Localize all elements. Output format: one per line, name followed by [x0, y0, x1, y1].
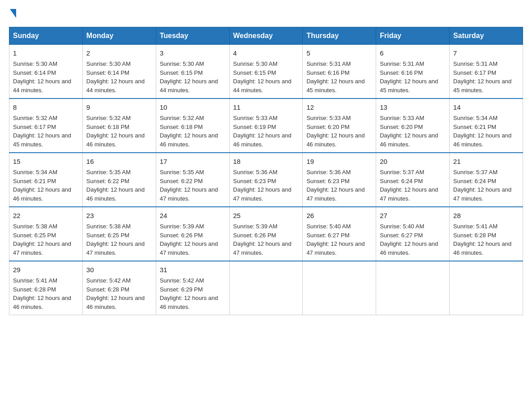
- day-number: 11: [233, 103, 299, 112]
- calendar-table: SundayMondayTuesdayWednesdayThursdayFrid…: [9, 27, 523, 315]
- day-number: 8: [13, 103, 79, 112]
- calendar-cell: [303, 261, 376, 315]
- day-info: Sunrise: 5:32 AMSunset: 6:18 PMDaylight:…: [86, 115, 145, 148]
- calendar-cell: 8 Sunrise: 5:32 AMSunset: 6:17 PMDayligh…: [9, 98, 83, 153]
- calendar-header-row: SundayMondayTuesdayWednesdayThursdayFrid…: [9, 27, 523, 45]
- calendar-cell: 28 Sunrise: 5:41 AMSunset: 6:28 PMDaylig…: [450, 207, 523, 261]
- calendar-cell: 17 Sunrise: 5:35 AMSunset: 6:22 PMDaylig…: [156, 153, 229, 207]
- calendar-cell: 14 Sunrise: 5:34 AMSunset: 6:21 PMDaylig…: [450, 98, 523, 153]
- day-number: 28: [453, 211, 519, 220]
- day-number: 4: [233, 48, 299, 58]
- calendar-cell: 15 Sunrise: 5:34 AMSunset: 6:21 PMDaylig…: [9, 153, 83, 207]
- calendar-cell: 29 Sunrise: 5:41 AMSunset: 6:28 PMDaylig…: [9, 261, 83, 315]
- calendar-cell: 26 Sunrise: 5:40 AMSunset: 6:27 PMDaylig…: [303, 207, 376, 261]
- day-info: Sunrise: 5:30 AMSunset: 6:14 PMDaylight:…: [86, 60, 145, 94]
- calendar-cell: [229, 261, 303, 315]
- day-info: Sunrise: 5:32 AMSunset: 6:18 PMDaylight:…: [160, 115, 218, 148]
- calendar-week-row: 8 Sunrise: 5:32 AMSunset: 6:17 PMDayligh…: [9, 98, 523, 153]
- col-header-sunday: Sunday: [9, 27, 83, 45]
- day-info: Sunrise: 5:30 AMSunset: 6:15 PMDaylight:…: [160, 60, 218, 94]
- day-info: Sunrise: 5:40 AMSunset: 6:27 PMDaylight:…: [306, 223, 365, 256]
- day-number: 10: [160, 103, 226, 112]
- day-number: 24: [160, 211, 226, 220]
- day-number: 27: [380, 211, 446, 220]
- calendar-cell: 31 Sunrise: 5:42 AMSunset: 6:29 PMDaylig…: [156, 261, 229, 315]
- calendar-cell: 2 Sunrise: 5:30 AMSunset: 6:14 PMDayligh…: [82, 45, 156, 99]
- day-number: 30: [86, 265, 152, 274]
- day-number: 31: [160, 265, 226, 274]
- calendar-cell: 1 Sunrise: 5:30 AMSunset: 6:14 PMDayligh…: [9, 45, 83, 99]
- day-number: 6: [380, 48, 446, 58]
- calendar-cell: 23 Sunrise: 5:38 AMSunset: 6:25 PMDaylig…: [82, 207, 156, 261]
- day-info: Sunrise: 5:38 AMSunset: 6:25 PMDaylight:…: [86, 223, 145, 256]
- day-number: 20: [380, 157, 446, 166]
- calendar-cell: 21 Sunrise: 5:37 AMSunset: 6:24 PMDaylig…: [450, 153, 523, 207]
- calendar-cell: 19 Sunrise: 5:36 AMSunset: 6:23 PMDaylig…: [303, 153, 376, 207]
- logo: [9, 9, 18, 18]
- day-number: 3: [160, 48, 226, 58]
- calendar-cell: 10 Sunrise: 5:32 AMSunset: 6:18 PMDaylig…: [156, 98, 229, 153]
- day-number: 22: [13, 211, 79, 220]
- day-number: 14: [453, 103, 519, 112]
- day-info: Sunrise: 5:39 AMSunset: 6:26 PMDaylight:…: [160, 223, 218, 256]
- col-header-wednesday: Wednesday: [229, 27, 303, 45]
- calendar-cell: 22 Sunrise: 5:38 AMSunset: 6:25 PMDaylig…: [9, 207, 83, 261]
- day-info: Sunrise: 5:33 AMSunset: 6:20 PMDaylight:…: [306, 115, 365, 148]
- calendar-cell: [376, 261, 450, 315]
- col-header-monday: Monday: [82, 27, 156, 45]
- page-header: [9, 9, 523, 18]
- calendar-cell: 11 Sunrise: 5:33 AMSunset: 6:19 PMDaylig…: [229, 98, 303, 153]
- day-info: Sunrise: 5:40 AMSunset: 6:27 PMDaylight:…: [380, 223, 438, 256]
- day-number: 16: [86, 157, 152, 166]
- day-info: Sunrise: 5:41 AMSunset: 6:28 PMDaylight:…: [453, 223, 511, 256]
- col-header-saturday: Saturday: [450, 27, 523, 45]
- calendar-cell: [450, 261, 523, 315]
- day-number: 2: [86, 48, 152, 58]
- day-number: 21: [453, 157, 519, 166]
- day-info: Sunrise: 5:34 AMSunset: 6:21 PMDaylight:…: [453, 115, 511, 148]
- day-number: 1: [13, 48, 79, 58]
- calendar-cell: 6 Sunrise: 5:31 AMSunset: 6:16 PMDayligh…: [376, 45, 450, 99]
- day-number: 29: [13, 265, 79, 274]
- calendar-cell: 16 Sunrise: 5:35 AMSunset: 6:22 PMDaylig…: [82, 153, 156, 207]
- calendar-cell: 12 Sunrise: 5:33 AMSunset: 6:20 PMDaylig…: [303, 98, 376, 153]
- day-number: 25: [233, 211, 299, 220]
- calendar-cell: 27 Sunrise: 5:40 AMSunset: 6:27 PMDaylig…: [376, 207, 450, 261]
- col-header-tuesday: Tuesday: [156, 27, 229, 45]
- day-info: Sunrise: 5:30 AMSunset: 6:14 PMDaylight:…: [13, 60, 71, 94]
- day-number: 12: [306, 103, 372, 112]
- day-info: Sunrise: 5:35 AMSunset: 6:22 PMDaylight:…: [160, 169, 218, 202]
- calendar-cell: 4 Sunrise: 5:30 AMSunset: 6:15 PMDayligh…: [229, 45, 303, 99]
- day-info: Sunrise: 5:42 AMSunset: 6:29 PMDaylight:…: [160, 277, 218, 310]
- day-info: Sunrise: 5:33 AMSunset: 6:19 PMDaylight:…: [233, 115, 292, 148]
- day-info: Sunrise: 5:39 AMSunset: 6:26 PMDaylight:…: [233, 223, 292, 256]
- day-info: Sunrise: 5:37 AMSunset: 6:24 PMDaylight:…: [453, 169, 511, 202]
- day-info: Sunrise: 5:31 AMSunset: 6:16 PMDaylight:…: [380, 60, 438, 94]
- calendar-cell: 7 Sunrise: 5:31 AMSunset: 6:17 PMDayligh…: [450, 45, 523, 99]
- calendar-cell: 5 Sunrise: 5:31 AMSunset: 6:16 PMDayligh…: [303, 45, 376, 99]
- day-number: 5: [306, 48, 372, 58]
- day-info: Sunrise: 5:30 AMSunset: 6:15 PMDaylight:…: [233, 60, 292, 94]
- col-header-friday: Friday: [376, 27, 450, 45]
- calendar-cell: 20 Sunrise: 5:37 AMSunset: 6:24 PMDaylig…: [376, 153, 450, 207]
- calendar-week-row: 29 Sunrise: 5:41 AMSunset: 6:28 PMDaylig…: [9, 261, 523, 315]
- calendar-week-row: 22 Sunrise: 5:38 AMSunset: 6:25 PMDaylig…: [9, 207, 523, 261]
- day-number: 15: [13, 157, 79, 166]
- calendar-cell: 9 Sunrise: 5:32 AMSunset: 6:18 PMDayligh…: [82, 98, 156, 153]
- calendar-week-row: 15 Sunrise: 5:34 AMSunset: 6:21 PMDaylig…: [9, 153, 523, 207]
- day-number: 13: [380, 103, 446, 112]
- day-info: Sunrise: 5:31 AMSunset: 6:16 PMDaylight:…: [306, 60, 365, 94]
- day-number: 17: [160, 157, 226, 166]
- calendar-cell: 30 Sunrise: 5:42 AMSunset: 6:28 PMDaylig…: [82, 261, 156, 315]
- day-number: 9: [86, 103, 152, 112]
- calendar-cell: 25 Sunrise: 5:39 AMSunset: 6:26 PMDaylig…: [229, 207, 303, 261]
- day-number: 26: [306, 211, 372, 220]
- day-number: 18: [233, 157, 299, 166]
- day-info: Sunrise: 5:32 AMSunset: 6:17 PMDaylight:…: [13, 115, 71, 148]
- logo-arrow-icon: [10, 9, 16, 18]
- calendar-cell: 3 Sunrise: 5:30 AMSunset: 6:15 PMDayligh…: [156, 45, 229, 99]
- day-number: 19: [306, 157, 372, 166]
- day-info: Sunrise: 5:36 AMSunset: 6:23 PMDaylight:…: [306, 169, 365, 202]
- day-info: Sunrise: 5:31 AMSunset: 6:17 PMDaylight:…: [453, 60, 511, 94]
- col-header-thursday: Thursday: [303, 27, 376, 45]
